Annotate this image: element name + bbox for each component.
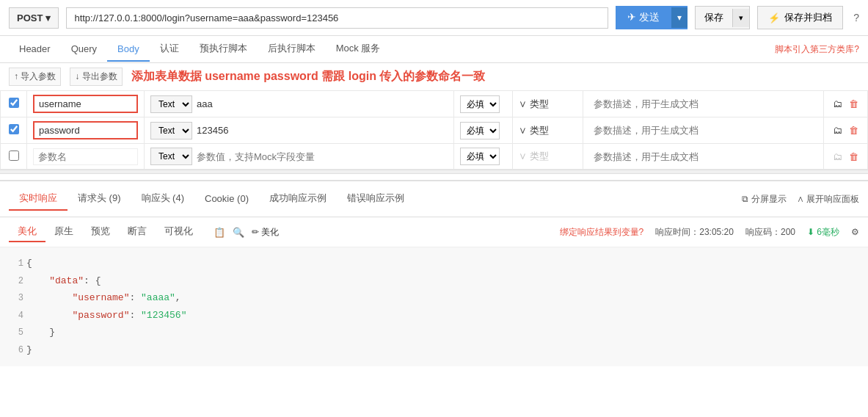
tab-post-script[interactable]: 后执行脚本 — [258, 36, 326, 62]
param-name-cell-2[interactable] — [27, 117, 145, 144]
param-name-input-3[interactable] — [33, 148, 138, 165]
json-viewer: 1 { 2 "data": { 3 "username": "aaaa", 4 … — [0, 247, 868, 366]
save-archive-label: 保存并归档 — [784, 11, 832, 24]
method-button[interactable]: POST ▾ — [9, 7, 59, 29]
response-right-group: ⧉ 分屏显示 ∧ 展开响应面板 — [742, 193, 859, 206]
format-icon-group: 📋 🔍 ✏ 美化 — [214, 226, 279, 239]
param-type-label-cell-3: ∨ 类型 — [513, 144, 583, 170]
fmt-tab-visual[interactable]: 可视化 — [156, 222, 202, 242]
resp-tab-realtime[interactable]: 实时响应 — [9, 187, 68, 211]
param-name-input-1[interactable] — [33, 95, 138, 113]
param-type-cell-2[interactable]: Text — [145, 117, 454, 144]
checkbox-cell-3[interactable] — [1, 144, 27, 170]
param-required-select-2[interactable]: 必填 — [460, 122, 500, 139]
response-code-label: 响应码：200 — [745, 226, 795, 239]
help-icon[interactable]: ? — [853, 12, 859, 23]
param-type-select-3[interactable]: Text — [150, 148, 192, 165]
resp-tab-error[interactable]: 错误响应示例 — [337, 187, 415, 211]
param-value-input-1[interactable] — [192, 96, 448, 112]
tab-mock[interactable]: Mock 服务 — [326, 36, 391, 62]
table-row-placeholder: Text 必填 ∨ 类型 🗂 🗑 — [1, 144, 868, 170]
param-value-input-2[interactable] — [192, 123, 448, 138]
split-view-button[interactable]: ⧉ 分屏显示 — [742, 193, 786, 206]
param-desc-cell-1[interactable] — [583, 91, 824, 117]
copy-icon-2[interactable]: 🗂 — [833, 125, 842, 136]
param-type-cell-1[interactable]: Text — [145, 91, 454, 117]
tab-header[interactable]: Header — [9, 37, 61, 62]
send-main-button[interactable]: ✈ 发送 — [616, 6, 671, 29]
settings-icon[interactable]: ⚙ — [851, 227, 859, 237]
param-desc-input-2[interactable] — [589, 123, 817, 138]
param-type-select-1[interactable]: Text — [150, 95, 192, 113]
copy-icon-3[interactable]: 🗂 — [833, 151, 842, 162]
resp-tab-cookie[interactable]: Cookie (0) — [194, 189, 259, 210]
bind-variable-link[interactable]: 绑定响应结果到变量? — [560, 226, 644, 239]
third-party-link[interactable]: 脚本引入第三方类库? — [775, 43, 859, 56]
param-type-cell-3[interactable]: Text — [145, 144, 454, 170]
chevron-icon-3: ∨ — [519, 151, 527, 162]
line-num-3: 3 — [9, 291, 23, 307]
copy-format-icon[interactable]: 📋 — [214, 227, 225, 238]
delete-icon-1[interactable]: 🗑 — [849, 98, 858, 109]
json-content-6: } — [26, 341, 32, 358]
tab-body[interactable]: Body — [107, 37, 150, 62]
param-name-cell-3[interactable] — [27, 144, 145, 170]
save-dropdown-button[interactable]: ▾ — [732, 9, 749, 27]
type-label-2: 类型 — [530, 125, 549, 136]
param-desc-cell-3[interactable] — [583, 144, 824, 170]
search-format-icon[interactable]: 🔍 — [233, 227, 244, 238]
send-dropdown-button[interactable]: ▾ — [671, 7, 688, 28]
param-type-label-cell-2: ∨ 类型 — [513, 117, 583, 144]
param-desc-cell-2[interactable] — [583, 117, 824, 144]
fmt-tab-assert[interactable]: 断言 — [119, 222, 156, 242]
chevron-icon-2: ∨ — [519, 125, 527, 136]
json-content-2: "data": { — [26, 272, 101, 289]
param-action-cell-2: 🗂 🗑 — [824, 117, 868, 144]
param-required-cell-1[interactable]: 必填 — [454, 91, 513, 117]
fmt-tab-raw[interactable]: 原生 — [45, 222, 82, 242]
delete-icon-2[interactable]: 🗑 — [849, 125, 858, 136]
expand-icon: ∧ — [797, 194, 804, 204]
param-action-cell-3: 🗂 🗑 — [824, 144, 868, 170]
expand-panel-button[interactable]: ∧ 展开响应面板 — [797, 193, 859, 206]
param-name-cell-1[interactable] — [27, 91, 145, 117]
url-input[interactable] — [66, 7, 608, 29]
beautify-format-button[interactable]: ✏ 美化 — [252, 226, 279, 239]
format-right-group: 绑定响应结果到变量? 响应时间：23:05:20 响应码：200 ⬇ 6毫秒 ⚙ — [560, 226, 859, 239]
param-desc-input-3[interactable] — [589, 149, 817, 164]
resp-tab-resp-header[interactable]: 响应头 (4) — [131, 187, 195, 211]
save-archive-button[interactable]: ⚡ 保存并归档 — [757, 6, 843, 29]
param-required-cell-2[interactable]: 必填 — [454, 117, 513, 144]
delete-icon-3[interactable]: 🗑 — [849, 151, 858, 162]
tab-query[interactable]: Query — [61, 37, 107, 62]
section-divider — [0, 170, 868, 174]
response-time-label: 响应时间：23:05:20 — [655, 226, 734, 239]
import-params-button[interactable]: ↑ 导入参数 — [9, 68, 61, 86]
tab-auth[interactable]: 认证 — [150, 36, 189, 62]
param-checkbox-1[interactable] — [9, 98, 19, 108]
save-button[interactable]: 保存 — [696, 7, 732, 29]
annotation-text: 添加表单数据 username password 需跟 login 传入的参数命… — [131, 69, 859, 84]
param-required-cell-3[interactable]: 必填 — [454, 144, 513, 170]
format-tabs-bar: 美化 原生 预览 断言 可视化 📋 🔍 ✏ 美化 绑定响应结果到变量? 响应时间… — [0, 217, 868, 247]
fmt-tab-beautify[interactable]: 美化 — [9, 222, 45, 242]
param-desc-input-1[interactable] — [589, 96, 817, 112]
response-tabs-bar: 实时响应 请求头 (9) 响应头 (4) Cookie (0) 成功响应示例 错… — [0, 180, 868, 217]
checkbox-cell-1[interactable] — [1, 91, 27, 117]
table-row: Text 必填 ∨ 类型 🗂 🗑 — [1, 117, 868, 144]
param-required-select-1[interactable]: 必填 — [460, 95, 500, 113]
copy-icon-1[interactable]: 🗂 — [833, 98, 842, 109]
param-type-select-2[interactable]: Text — [150, 122, 192, 139]
param-value-input-3[interactable] — [192, 149, 448, 164]
param-required-select-3[interactable]: 必填 — [460, 148, 500, 165]
expand-label: 展开响应面板 — [806, 194, 859, 204]
checkbox-cell-2[interactable] — [1, 117, 27, 144]
resp-tab-success[interactable]: 成功响应示例 — [259, 187, 337, 211]
param-checkbox-3[interactable] — [9, 151, 19, 161]
export-params-button[interactable]: ↓ 导出参数 — [70, 68, 122, 86]
param-name-input-2[interactable] — [33, 121, 138, 139]
fmt-tab-preview[interactable]: 预览 — [82, 222, 119, 242]
tab-pre-script[interactable]: 预执行脚本 — [189, 36, 258, 62]
resp-tab-req-header[interactable]: 请求头 (9) — [68, 187, 131, 211]
param-checkbox-2[interactable] — [9, 124, 19, 134]
